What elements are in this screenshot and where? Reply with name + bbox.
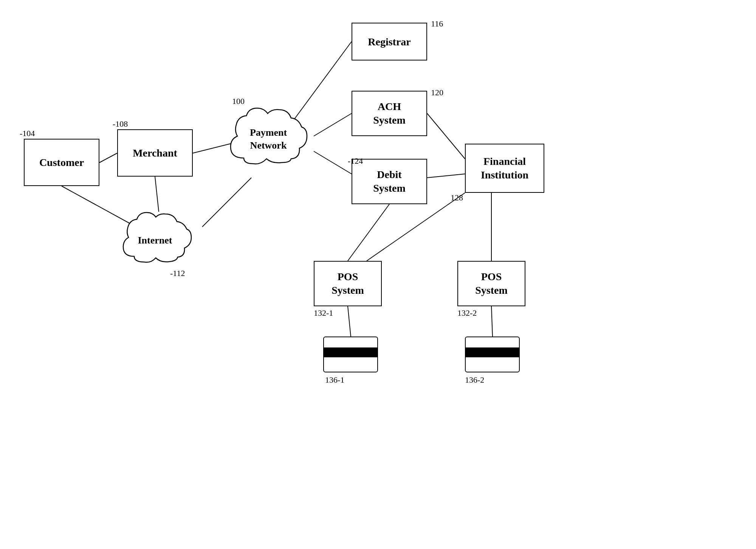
pos-system-1-box: POSSystem	[314, 261, 382, 306]
financial-institution-ref: 128	[451, 193, 463, 203]
pos-system-1-ref: 132-1	[314, 308, 333, 318]
customer-box: Customer	[24, 139, 99, 186]
registrar-box: Registrar	[352, 23, 427, 60]
card-2-ref: 136-2	[465, 375, 484, 385]
customer-label: Customer	[39, 156, 84, 169]
financial-institution-box: FinancialInstitution	[465, 144, 544, 193]
card-2-stripe	[466, 347, 519, 357]
ach-system-ref: 120	[431, 88, 443, 98]
card-1-stripe	[324, 347, 377, 357]
payment-network-ref: 100	[232, 96, 245, 106]
registrar-label: Registrar	[368, 35, 411, 48]
pos-system-2-label: POSSystem	[475, 270, 508, 298]
payment-network-cloud: PaymentNetwork	[223, 101, 314, 177]
card-1	[323, 337, 378, 372]
ach-system-box: ACHSystem	[352, 91, 427, 136]
pos-system-2-ref: 132-2	[457, 308, 477, 318]
ach-system-label: ACHSystem	[373, 100, 406, 127]
merchant-label: Merchant	[133, 146, 177, 160]
diagram-container: Customer -104 Merchant -108 PaymentNetwo…	[0, 0, 756, 549]
internet-ref: -112	[170, 268, 185, 278]
merchant-ref: -108	[113, 119, 128, 129]
financial-institution-label: FinancialInstitution	[481, 155, 528, 182]
merchant-box: Merchant	[117, 129, 193, 177]
pos-system-2-box: POSSystem	[457, 261, 525, 306]
customer-ref: -104	[20, 129, 35, 138]
payment-network-label: PaymentNetwork	[250, 126, 287, 152]
debit-system-ref: -124	[348, 156, 363, 166]
internet-label: Internet	[138, 235, 172, 246]
card-2	[465, 337, 520, 372]
pos-system-1-label: POSSystem	[332, 270, 364, 298]
registrar-ref: 116	[431, 19, 443, 29]
debit-system-label: DebitSystem	[373, 168, 406, 195]
internet-cloud: Internet	[117, 207, 193, 273]
card-1-ref: 136-1	[325, 375, 344, 385]
